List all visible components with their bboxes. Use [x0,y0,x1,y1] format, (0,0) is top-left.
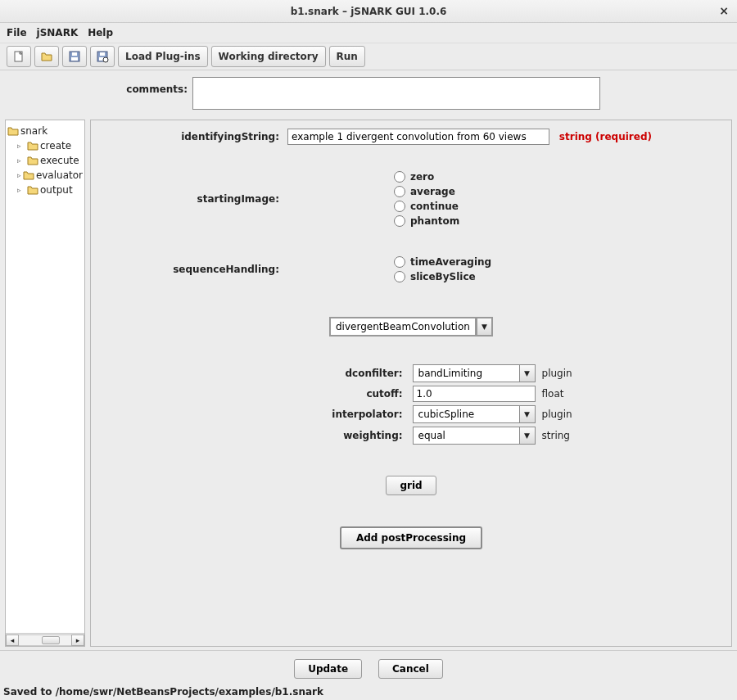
add-postprocessing-button[interactable]: Add postProcessing [340,526,482,549]
comments-row: comments: [0,70,737,116]
cancel-button[interactable]: Cancel [378,659,443,679]
radio-slice-by-slice[interactable]: sliceBySlice [394,271,723,282]
radio-continue[interactable]: continue [394,201,723,212]
expand-icon[interactable]: ▹ [17,171,21,179]
svg-point-7 [103,57,108,62]
dconfilter-select[interactable]: ▼ [413,364,536,382]
window-title: b1.snark – jSNARK GUI 1.0.6 [291,6,447,17]
working-directory-button[interactable]: Working directory [211,46,326,67]
radio-label: timeAveraging [410,256,491,268]
chevron-down-icon[interactable]: ▼ [519,427,536,445]
weighting-type: string [542,430,572,441]
folder-icon [27,185,38,195]
svg-rect-3 [71,57,78,61]
svg-rect-2 [72,52,77,56]
algorithm-select[interactable]: ▼ [329,317,493,336]
interpolator-type: plugin [542,409,572,420]
weighting-label: weighting: [332,430,405,441]
params-grid: dconfilter: ▼ plugin cutoff: float inter… [332,364,572,445]
folder-icon [27,141,38,151]
tree-root[interactable]: snark [7,124,83,138]
dconfilter-value[interactable] [413,364,519,382]
run-button[interactable]: Run [329,46,365,67]
interpolator-select[interactable]: ▼ [413,405,536,423]
menu-help[interactable]: Help [88,27,113,38]
radio-time-averaging[interactable]: timeAveraging [394,256,723,268]
update-button[interactable]: Update [294,659,362,679]
cutoff-input[interactable] [413,386,536,402]
tree-item-evaluator[interactable]: ▹ evaluator [7,168,83,183]
radio-label: phantom [410,215,459,227]
cutoff-label: cutoff: [332,388,405,400]
folder-icon [7,126,19,136]
algorithm-value[interactable] [329,317,477,336]
toolbar: Load Plug-ins Working directory Run [0,43,737,70]
menu-jsnark[interactable]: jSNARK [37,27,79,38]
scroll-track[interactable] [19,635,71,646]
dconfilter-type: plugin [542,368,572,379]
folder-icon [23,170,34,180]
interpolator-label: interpolator: [332,409,405,420]
expand-icon[interactable]: ▹ [17,186,25,194]
titlebar: b1.snark – jSNARK GUI 1.0.6 × [0,0,737,23]
dconfilter-label: dconfilter: [332,368,405,379]
folder-icon [27,156,38,165]
status-text: Saved to /home/swr/NetBeansProjects/exam… [3,686,323,698]
identifying-string-label: identifyingString: [99,131,287,142]
status-bar: Saved to /home/swr/NetBeansProjects/exam… [0,684,737,700]
footer-buttons: Update Cancel [0,650,737,684]
radio-label: average [410,186,455,197]
menubar: File jSNARK Help [0,23,737,43]
open-folder-icon[interactable] [34,46,59,67]
tree-item-execute[interactable]: ▹ execute [7,153,83,168]
menu-file[interactable]: File [7,27,27,38]
radio-label: zero [410,171,434,183]
form-panel: identifyingString: string (required) sta… [90,120,732,647]
save-as-icon[interactable] [90,46,115,67]
tree-hscrollbar[interactable]: ◂ ▸ [6,633,84,646]
weighting-value[interactable] [413,427,519,445]
radio-label: sliceBySlice [410,271,476,282]
scroll-right-icon[interactable]: ▸ [71,635,84,646]
load-plugins-button[interactable]: Load Plug-ins [118,46,208,67]
identifying-string-row: string (required) [287,129,723,145]
tree-item-create[interactable]: ▹ create [7,138,83,153]
weighting-select[interactable]: ▼ [413,427,536,445]
tree-item-label: create [40,140,71,151]
new-file-icon[interactable] [7,46,31,67]
tree-item-label: output [40,184,73,196]
radio-label: continue [410,201,459,212]
tree-root-label: snark [20,125,47,137]
scroll-thumb[interactable] [42,636,60,644]
radio-average[interactable]: average [394,186,723,197]
identifying-string-status: string (required) [559,131,652,142]
tree-item-label: evaluator [36,169,83,181]
identifying-string-input[interactable] [287,129,549,145]
tree[interactable]: snark ▹ create ▹ execute ▹ evaluator ▹ o… [6,120,84,633]
radio-phantom[interactable]: phantom [394,215,723,227]
tree-panel: snark ▹ create ▹ execute ▹ evaluator ▹ o… [5,120,85,647]
grid-button[interactable]: grid [386,476,436,495]
comments-label: comments: [0,77,192,95]
starting-image-label: startingImage: [99,193,287,205]
chevron-down-icon[interactable]: ▼ [477,317,493,336]
close-icon[interactable]: × [719,4,729,17]
tree-item-output[interactable]: ▹ output [7,183,83,197]
interpolator-value[interactable] [413,405,519,423]
scroll-left-icon[interactable]: ◂ [6,635,19,646]
starting-image-radios: zero average continue phantom [394,168,723,230]
expand-icon[interactable]: ▹ [17,142,25,150]
chevron-down-icon[interactable]: ▼ [519,405,536,423]
svg-rect-5 [100,52,105,56]
radio-zero[interactable]: zero [394,171,723,183]
sequence-handling-label: sequenceHandling: [99,264,287,275]
comments-input[interactable] [192,77,600,110]
sequence-handling-radios: timeAveraging sliceBySlice [394,253,723,286]
save-icon[interactable] [62,46,87,67]
tree-item-label: execute [40,155,79,166]
chevron-down-icon[interactable]: ▼ [519,364,536,382]
expand-icon[interactable]: ▹ [17,156,25,165]
cutoff-type: float [542,388,572,400]
